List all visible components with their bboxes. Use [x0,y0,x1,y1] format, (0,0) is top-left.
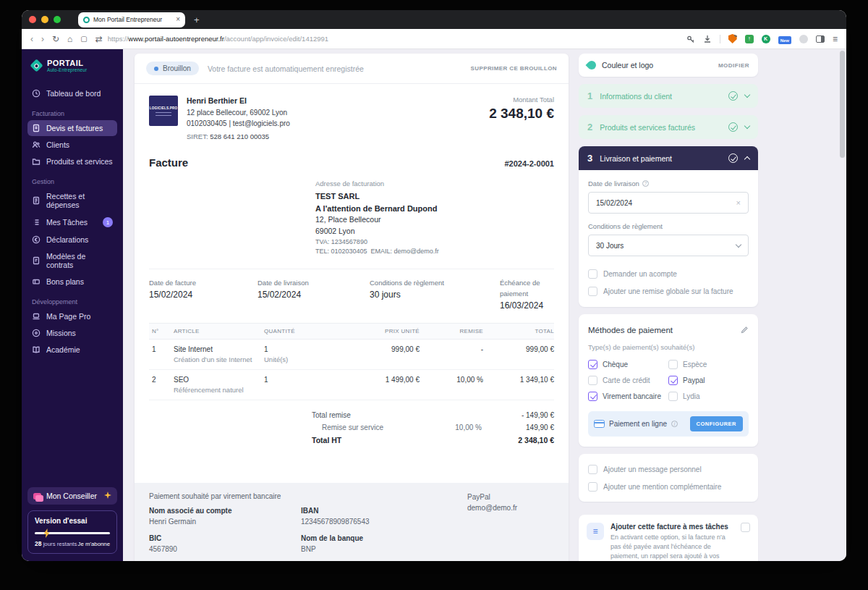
extra-mention-checkbox[interactable] [588,482,597,492]
fullscreen-window-button[interactable] [54,16,61,23]
sidebar-item-missions[interactable]: Missions [27,325,117,341]
acompte-checkbox-row[interactable]: Demander un acompte [588,269,749,279]
status-badge: Brouillon [146,62,199,75]
site-favicon-icon [83,17,90,23]
browser-tab[interactable]: Mon Portail Entrepreneur × [78,12,185,28]
spark-icon [104,492,111,500]
browser-menu-icon[interactable]: ≡ [833,34,838,44]
sidebar-item-mes-taches[interactable]: Mes Tâches 1 [27,214,117,231]
color-drop-icon [586,59,598,72]
sidebar-item-clients[interactable]: Clients [27,137,117,153]
personal-message-row[interactable]: Ajouter un message personnel [588,465,749,474]
chat-bubbles-icon [33,493,41,500]
payment-terms-select[interactable]: 30 Jours [588,235,749,256]
table-row: 1 Site InternetCréation d'un site Intern… [149,340,554,370]
save-page-icon[interactable]: ▢ [80,35,87,43]
chevron-down-icon[interactable] [744,92,750,98]
option-cheque[interactable]: Chèque [588,360,668,369]
global-discount-checkbox-row[interactable]: Ajouter une remise globale sur la factur… [588,287,749,296]
sidebar-item-tableau-de-bord[interactable]: Tableau de bord [27,85,117,101]
chevron-down-icon[interactable] [744,123,750,129]
sidebar-item-declarations[interactable]: Déclarations [27,232,117,248]
option-lydia[interactable]: Lydia [668,392,749,401]
home-icon[interactable]: ⌂ [67,35,72,43]
option-virement[interactable]: Virement bancaire [588,392,668,401]
url-bar[interactable]: ⇄ https://www.portail-autoentrepreneur.f… [95,35,678,43]
sidebar-item-bons-plans[interactable]: Bons plans [27,274,117,290]
step-livraison-paiement[interactable]: 3 Livraison et paiement [579,146,758,170]
new-tab-button[interactable]: + [194,14,200,25]
virement-checkbox[interactable] [588,392,597,401]
add-to-tasks-checkbox[interactable] [741,523,750,532]
option-paypal[interactable]: Paypal [668,376,749,385]
sidebar-item-recettes-et-depenses[interactable]: Recettes et dépenses [27,188,117,213]
tab-close-icon[interactable]: × [176,16,180,23]
mon-conseiller-button[interactable]: Mon Conseiller [27,487,117,505]
task-card-description: En activant cette option, si la facture … [610,533,734,561]
logo-subtitle: Auto-Entrepreneur [47,67,87,72]
browser-window: Mon Portail Entrepreneur × + ‹ › ↻ ⌂ ▢ ⇄… [22,10,846,561]
sidebar-item-modeles-de-contrats[interactable]: Modèles de contrats [27,248,117,273]
chevron-down-icon [736,241,741,247]
carte-credit-checkbox[interactable] [588,376,597,385]
back-icon[interactable]: ‹ [30,35,33,43]
reload-icon[interactable]: ↻ [52,35,59,43]
site-connection-icon[interactable]: ⇄ [95,35,103,43]
espece-checkbox[interactable] [668,360,678,369]
table-header: N° ARTICLE QUANTITÉ PRIX UNITÉ REMISE TO… [149,323,554,340]
forward-icon[interactable]: › [41,35,44,43]
extension-new-badge[interactable]: New [778,36,791,44]
cheque-checkbox[interactable] [588,360,597,369]
sidebar-item-produits-et-services[interactable]: Produits et services [27,153,117,169]
company-address: 12 place Bellecour, 69002 Lyon [187,107,290,118]
trial-progress-bar [35,532,110,534]
modify-button[interactable]: MODIFIER [718,62,749,69]
option-espece[interactable]: Espèce [668,360,749,369]
delete-draft-button[interactable]: SUPPRIMER CE BROUILLON [471,65,557,72]
subscribe-link[interactable]: Je m'abonne [78,541,110,547]
download-icon[interactable] [703,35,712,43]
traffic-lights [29,16,61,23]
step-informations-client[interactable]: 1 Informations du client [579,84,758,108]
billing-address: Adresse de facturation TEST SARL A l'att… [315,179,554,257]
euro-icon [32,235,41,244]
info-icon[interactable]: i [671,421,678,427]
paypal-checkbox[interactable] [668,376,678,385]
clear-date-icon[interactable]: × [736,198,741,207]
help-icon[interactable]: ? [642,180,649,187]
extra-mention-row[interactable]: Ajouter une mention complémentaire [588,482,749,492]
lydia-checkbox[interactable] [668,392,678,401]
scrollbar-thumb[interactable] [840,51,845,158]
company-siret: SIRET: 528 641 210 00035 [187,132,290,142]
extension-green-circle-icon[interactable]: K [762,35,770,43]
chevron-up-icon[interactable] [744,156,750,162]
logo-title: PORTAIL [47,59,87,67]
personal-message-checkbox[interactable] [588,465,597,474]
profile-avatar[interactable] [799,35,808,43]
delivery-date-input[interactable]: 15/02/2024 × [588,192,749,214]
step-produits-services[interactable]: 2 Produits et services facturés [579,115,758,139]
app-logo[interactable]: PORTAIL Auto-Entrepreneur [22,49,123,80]
minimize-window-button[interactable] [41,16,48,23]
step-complete-icon [728,122,738,132]
adblock-shield-icon[interactable] [728,34,737,43]
total-amount-label: Montant Total [489,96,554,104]
side-panel-icon[interactable] [816,35,825,43]
password-key-icon[interactable] [686,35,695,43]
lightning-icon [43,528,50,537]
sidebar-item-devis-et-factures[interactable]: Devis et factures [27,120,117,136]
global-discount-checkbox[interactable] [588,287,597,296]
totals-block: Total remise- 149,90 € Remise sur servic… [312,409,554,447]
portail-logo-icon [30,59,43,72]
edit-pencil-icon[interactable] [741,324,749,337]
sidebar-item-academie[interactable]: Académie [27,342,117,358]
task-list-icon: ≡ [587,523,604,540]
extension-green-square-icon[interactable]: ↑ [745,35,754,43]
section-gestion: Gestion [22,170,123,187]
option-carte-credit[interactable]: Carte de crédit [588,376,668,385]
acompte-checkbox[interactable] [588,269,597,279]
invoice-title: Facture [149,156,188,169]
sidebar-item-ma-page-pro[interactable]: Ma Page Pro [27,308,117,324]
close-window-button[interactable] [29,16,36,23]
configure-button[interactable]: CONFIGURER [690,416,743,431]
